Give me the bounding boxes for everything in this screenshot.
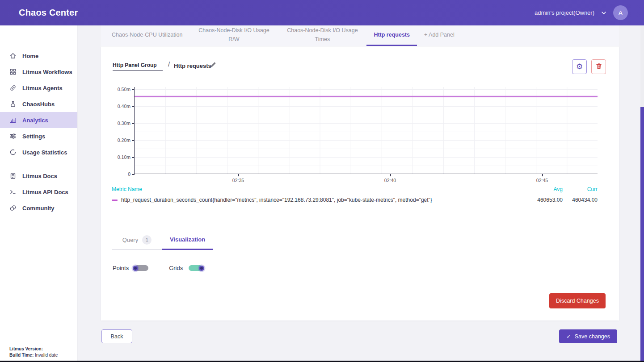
points-toggle-label: Points	[113, 265, 129, 271]
sidebar: Home Litmus Workflows Litmus Agents Chao…	[0, 25, 78, 362]
trash-icon	[595, 62, 602, 71]
back-button[interactable]: Back	[101, 329, 132, 343]
home-icon	[9, 52, 17, 59]
grids-toggle[interactable]	[189, 265, 202, 271]
app-title: Chaos Center	[19, 8, 78, 18]
y-axis-tick-label: 0.30m	[104, 121, 130, 126]
sidebar-item-label: ChaosHubs	[22, 101, 55, 108]
avatar[interactable]: A	[613, 5, 628, 20]
metric-name: http_request_duration_seconds_count{hand…	[121, 197, 528, 203]
sidebar-item-litmus-api-docs[interactable]: Litmus API Docs	[0, 184, 77, 200]
sidebar-item-label: Litmus API Docs	[22, 189, 68, 196]
x-axis-tick-label: 02:45	[536, 178, 548, 183]
tab-chaos-node-cpu-utilization[interactable]: Chaos-Node-CPU Utilization	[105, 25, 189, 46]
chaoshubs-icon	[9, 100, 17, 108]
points-toggle-item: Points	[113, 265, 148, 271]
delete-panel-button[interactable]	[591, 59, 606, 74]
save-changes-label: Save changes	[575, 333, 610, 340]
usage-statistics-icon	[9, 149, 17, 156]
visualization-options: Points Grids	[113, 265, 202, 271]
tab-label: Query	[122, 237, 138, 243]
terminal-icon	[9, 188, 17, 196]
sidebar-item-label: Home	[22, 53, 38, 59]
sidebar-item-litmus-agents[interactable]: Litmus Agents	[0, 80, 77, 96]
edit-pencil-icon[interactable]	[210, 61, 217, 68]
add-panel-button[interactable]: + Add Panel	[417, 25, 462, 46]
discard-changes-button[interactable]: Discard Changes	[549, 293, 606, 308]
legend-row[interactable]: http_request_duration_seconds_count{hand…	[112, 197, 598, 203]
avg-value: 460653.00	[533, 197, 563, 203]
x-axis-tick-label: 02:40	[384, 178, 396, 183]
sidebar-item-usage-statistics[interactable]: Usage Statistics	[0, 144, 77, 160]
y-axis-tick-label: 0.10m	[104, 154, 130, 160]
panel-editor-card: / Http requests ⚙ 0.50m 0.40m 0.30m 0.20…	[101, 46, 619, 320]
grids-toggle-item: Grids	[169, 265, 202, 271]
x-axis-tick-label: 02:35	[232, 178, 244, 183]
settings-icon	[9, 133, 17, 140]
sidebar-item-label: Analytics	[22, 117, 48, 124]
topbar-right-cluster: admin's project(Owner) A	[535, 5, 628, 20]
editor-sub-tabs: Query 1 Visualization	[112, 230, 213, 250]
y-axis-tick-label: 0	[104, 171, 130, 177]
project-selector-label[interactable]: admin's project(Owner)	[535, 9, 594, 16]
save-changes-button[interactable]: ✓ Save changes	[559, 329, 617, 343]
sidebar-item-analytics[interactable]: Analytics	[0, 112, 77, 128]
sidebar-docs-group: Litmus Docs Litmus API Docs Community	[0, 168, 77, 216]
agents-icon	[9, 84, 17, 92]
tab-chaos-node-disk-io-usage-rw[interactable]: Chaos-Node-Disk I/O Usage R/W	[189, 25, 278, 46]
tab-chaos-node-disk-io-usage-times[interactable]: Chaos-Node-Disk I/O Usage Times	[278, 25, 366, 46]
tab-label: Chaos-Node-CPU Utilization	[112, 31, 182, 39]
sidebar-item-label: Usage Statistics	[22, 149, 67, 156]
tab-label: Chaos-Node-Disk I/O Usage R/W	[197, 26, 271, 44]
sidebar-item-label: Litmus Docs	[22, 173, 57, 179]
query-count-badge: 1	[142, 235, 152, 245]
sidebar-item-home[interactable]: Home	[0, 48, 77, 64]
tab-http-requests[interactable]: Http requests	[366, 25, 417, 46]
docs-icon	[9, 172, 17, 179]
points-toggle[interactable]	[135, 265, 148, 271]
chaos-center-app: Chaos Center admin's project(Owner) A Ho…	[0, 0, 644, 362]
toggle-knob	[199, 266, 204, 271]
tab-visualization[interactable]: Visualization	[162, 230, 213, 250]
sidebar-item-settings[interactable]: Settings	[0, 128, 77, 144]
scrollbar-thumb[interactable]	[640, 107, 644, 362]
gear-icon: ⚙	[576, 63, 583, 71]
check-icon: ✓	[566, 333, 571, 340]
workflows-icon	[9, 68, 17, 75]
curr-header: Curr	[568, 186, 598, 192]
analytics-icon	[9, 117, 17, 124]
y-axis-tick-label: 0.40m	[104, 104, 130, 109]
panel-group-name-input[interactable]	[113, 61, 163, 71]
tab-label: + Add Panel	[424, 31, 455, 39]
grids-toggle-label: Grids	[169, 265, 183, 271]
sidebar-item-litmus-docs[interactable]: Litmus Docs	[0, 168, 77, 184]
metric-name-header: Metric Name	[112, 186, 528, 192]
metrics-chart: 0.50m 0.40m 0.30m 0.20m 0.10m 0 02:35 02…	[101, 87, 619, 190]
panel-name: Http requests	[174, 62, 211, 69]
sidebar-item-label: Settings	[22, 133, 45, 140]
build-time-value: Invalid date	[34, 353, 58, 358]
sidebar-divider	[4, 164, 73, 164]
y-axis-tick-label: 0.50m	[104, 87, 130, 92]
scrollbar-track[interactable]	[640, 25, 644, 362]
tab-query[interactable]: Query 1	[112, 230, 162, 250]
top-bar: Chaos Center admin's project(Owner) A	[0, 0, 644, 25]
avg-header: Avg	[533, 186, 563, 192]
sidebar-item-litmus-workflows[interactable]: Litmus Workflows	[0, 64, 77, 80]
sidebar-item-label: Litmus Workflows	[22, 69, 72, 75]
community-icon	[9, 204, 17, 212]
chevron-down-icon[interactable]	[601, 11, 606, 15]
y-axis-tick-label: 0.20m	[104, 137, 130, 143]
sidebar-footer: Litmus Version: Build Time: Invalid date	[9, 346, 58, 358]
sidebar-item-chaoshubs[interactable]: ChaosHubs	[0, 96, 77, 112]
series-line	[135, 96, 598, 97]
legend-header: Metric Name Avg Curr	[112, 186, 598, 192]
toggle-knob	[133, 266, 138, 271]
plot-area	[134, 87, 598, 174]
panel-tab-bar: Chaos-Node-CPU Utilization Chaos-Node-Di…	[101, 25, 619, 46]
build-time-label: Build Time:	[9, 353, 34, 358]
sidebar-item-community[interactable]: Community	[0, 200, 77, 216]
panel-settings-button[interactable]: ⚙	[572, 59, 587, 74]
tab-label: Http requests	[374, 31, 410, 39]
tab-label: Chaos-Node-Disk I/O Usage Times	[285, 26, 359, 44]
